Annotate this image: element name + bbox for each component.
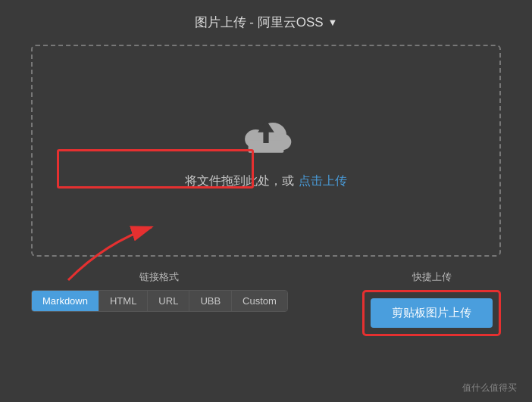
cloud-upload-icon bbox=[239, 113, 293, 161]
quick-upload-label: 快捷上传 bbox=[412, 270, 452, 284]
click-upload-link[interactable]: 点击上传 bbox=[299, 173, 347, 189]
page-title: 图片上传 - 阿里云OSS bbox=[195, 14, 324, 31]
link-format-label: 链接格式 bbox=[139, 270, 179, 284]
dropdown-arrow-icon[interactable]: ▼ bbox=[328, 17, 338, 28]
quick-upload-annotation-box: 剪贴板图片上传 bbox=[362, 290, 501, 336]
quick-upload-section: 快捷上传 剪贴板图片上传 bbox=[362, 270, 501, 336]
page-container: 图片上传 - 阿里云OSS ▼ 将文件拖到此处，或 点击上传 bbox=[0, 0, 532, 402]
format-buttons-group: Markdown HTML URL UBB Custom bbox=[31, 290, 288, 312]
link-format-section: 链接格式 Markdown HTML URL UBB Custom bbox=[31, 270, 288, 312]
format-btn-url[interactable]: URL bbox=[148, 291, 189, 311]
bottom-section: 链接格式 Markdown HTML URL UBB Custom 快捷上传 剪… bbox=[31, 270, 501, 336]
format-btn-ubb[interactable]: UBB bbox=[189, 291, 232, 311]
footer-watermark: 值什么值得买 bbox=[462, 382, 517, 394]
title-bar: 图片上传 - 阿里云OSS ▼ bbox=[195, 14, 338, 31]
format-btn-custom[interactable]: Custom bbox=[232, 291, 287, 311]
upload-area[interactable]: 将文件拖到此处，或 点击上传 bbox=[31, 45, 501, 257]
drag-text: 将文件拖到此处，或 bbox=[185, 173, 294, 189]
format-btn-markdown[interactable]: Markdown bbox=[32, 291, 99, 311]
format-btn-html[interactable]: HTML bbox=[99, 291, 148, 311]
clipboard-upload-button[interactable]: 剪贴板图片上传 bbox=[371, 298, 493, 328]
upload-instruction: 将文件拖到此处，或 点击上传 bbox=[185, 173, 347, 189]
